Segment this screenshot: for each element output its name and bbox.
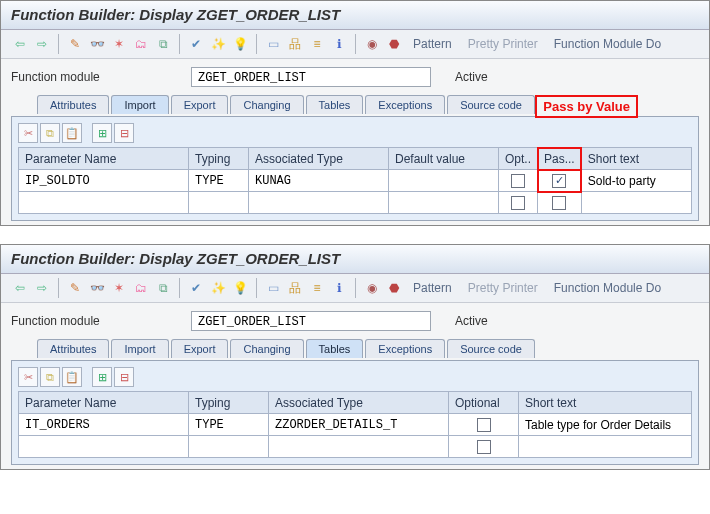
tab-changing[interactable]: Changing (230, 95, 303, 114)
breakpoint-icon[interactable]: ◉ (363, 279, 381, 297)
separator (355, 278, 356, 298)
display-toggle-icon[interactable]: ✎ (66, 35, 84, 53)
pass-by-value-annotation: Pass by Value (535, 95, 638, 118)
cell-param[interactable]: IP_SOLDTO (19, 170, 189, 192)
lamp-icon[interactable]: 💡 (231, 279, 249, 297)
back-icon[interactable]: ⇦ (11, 35, 29, 53)
cell-optional[interactable] (499, 170, 538, 192)
tab-import[interactable]: Import (111, 339, 168, 358)
tab-attributes[interactable]: Attributes (37, 339, 109, 358)
pattern-button[interactable]: Pattern (407, 279, 458, 297)
tab-import[interactable]: Import (111, 95, 168, 114)
glasses-icon[interactable]: 👓 (88, 279, 106, 297)
tab-source[interactable]: Source code (447, 339, 535, 358)
function-module-row: Function module ZGET_ORDER_LIST Active (11, 311, 699, 331)
cell-param[interactable]: IT_ORDERS (19, 414, 189, 436)
layers-icon[interactable]: ≡ (308, 35, 326, 53)
cut-icon[interactable]: ✂ (18, 123, 38, 143)
insert-row-icon[interactable]: ⊞ (92, 123, 112, 143)
spacer (84, 123, 90, 143)
stop-icon[interactable]: ⬣ (385, 279, 403, 297)
app-toolbar: ⇦ ⇨ ✎ 👓 ✶ 🗂 ⧉ ✔ ✨ 💡 ▭ 品 ≡ ℹ ◉ ⬣ Pattern … (1, 30, 709, 59)
info-icon[interactable]: ℹ (330, 35, 348, 53)
insert-row-icon[interactable]: ⊞ (92, 367, 112, 387)
passvalue-checkbox[interactable] (552, 174, 566, 188)
delete-row-icon[interactable]: ⊟ (114, 367, 134, 387)
tab-exceptions[interactable]: Exceptions (365, 95, 445, 114)
cut-icon[interactable]: ✂ (18, 367, 38, 387)
whereused-icon[interactable]: ▭ (264, 279, 282, 297)
pattern-button[interactable]: Pattern (407, 35, 458, 53)
optional-checkbox[interactable] (477, 418, 491, 432)
separator (179, 278, 180, 298)
tab-export[interactable]: Export (171, 95, 229, 114)
cell-default[interactable] (389, 170, 499, 192)
col-optional: Optional (449, 392, 519, 414)
tab-tables[interactable]: Tables (306, 339, 364, 358)
cell-typing[interactable]: TYPE (189, 414, 269, 436)
table-row[interactable]: IT_ORDERS TYPE ZZORDER_DETAILS_T Table t… (19, 414, 692, 436)
separator (58, 34, 59, 54)
pretty-printer-button: Pretty Printer (462, 35, 544, 53)
cell-assoc[interactable]: KUNAG (249, 170, 389, 192)
copy-row-icon[interactable]: ⧉ (40, 123, 60, 143)
wand-icon[interactable]: ✨ (209, 35, 227, 53)
cell-assoc[interactable]: ZZORDER_DETAILS_T (269, 414, 449, 436)
tab-exceptions[interactable]: Exceptions (365, 339, 445, 358)
lamp-icon[interactable]: 💡 (231, 35, 249, 53)
activate-icon[interactable]: ✶ (110, 279, 128, 297)
other-object-icon[interactable]: 🗂 (132, 279, 150, 297)
table-row-empty[interactable] (19, 192, 692, 214)
passvalue-checkbox[interactable] (552, 196, 566, 210)
activate-icon[interactable]: ✶ (110, 35, 128, 53)
tab-source[interactable]: Source code (447, 95, 535, 114)
forward-icon[interactable]: ⇨ (33, 35, 51, 53)
col-pass-value: Pas... (538, 148, 582, 170)
forward-icon[interactable]: ⇨ (33, 279, 51, 297)
copy-row-icon[interactable]: ⧉ (40, 367, 60, 387)
table-row-empty[interactable] (19, 436, 692, 458)
separator (58, 278, 59, 298)
display-toggle-icon[interactable]: ✎ (66, 279, 84, 297)
function-module-doc-button[interactable]: Function Module Do (548, 279, 667, 297)
cell-typing[interactable]: TYPE (189, 170, 249, 192)
whereused-icon[interactable]: ▭ (264, 35, 282, 53)
function-module-field[interactable]: ZGET_ORDER_LIST (191, 67, 431, 87)
hierarchy-icon[interactable]: 品 (286, 279, 304, 297)
copy-icon[interactable]: ⧉ (154, 35, 172, 53)
col-assoc: Associated Type (269, 392, 449, 414)
tab-changing[interactable]: Changing (230, 339, 303, 358)
cell-short[interactable]: Table type for Order Details (519, 414, 692, 436)
optional-checkbox[interactable] (477, 440, 491, 454)
paste-icon[interactable]: 📋 (62, 367, 82, 387)
cell-optional[interactable] (449, 414, 519, 436)
tabstrip: Attributes Import Export Changing Tables… (11, 339, 699, 358)
table-row[interactable]: IP_SOLDTO TYPE KUNAG Sold-to party (19, 170, 692, 192)
tab-attributes[interactable]: Attributes (37, 95, 109, 114)
optional-checkbox[interactable] (511, 196, 525, 210)
info-icon[interactable]: ℹ (330, 279, 348, 297)
delete-row-icon[interactable]: ⊟ (114, 123, 134, 143)
check-icon[interactable]: ✔ (187, 279, 205, 297)
check-icon[interactable]: ✔ (187, 35, 205, 53)
tab-tables[interactable]: Tables (306, 95, 364, 114)
stop-icon[interactable]: ⬣ (385, 35, 403, 53)
cell-short[interactable]: Sold-to party (581, 170, 691, 192)
copy-icon[interactable]: ⧉ (154, 279, 172, 297)
glasses-icon[interactable]: 👓 (88, 35, 106, 53)
tab-export[interactable]: Export (171, 339, 229, 358)
back-icon[interactable]: ⇦ (11, 279, 29, 297)
optional-checkbox[interactable] (511, 174, 525, 188)
breakpoint-icon[interactable]: ◉ (363, 35, 381, 53)
col-short: Short text (581, 148, 691, 170)
function-module-field[interactable]: ZGET_ORDER_LIST (191, 311, 431, 331)
function-module-doc-button[interactable]: Function Module Do (548, 35, 667, 53)
hierarchy-icon[interactable]: 品 (286, 35, 304, 53)
paste-icon[interactable]: 📋 (62, 123, 82, 143)
cell-passvalue[interactable] (538, 170, 582, 192)
layers-icon[interactable]: ≡ (308, 279, 326, 297)
wand-icon[interactable]: ✨ (209, 279, 227, 297)
other-object-icon[interactable]: 🗂 (132, 35, 150, 53)
function-module-label: Function module (11, 314, 191, 328)
function-module-row: Function module ZGET_ORDER_LIST Active (11, 67, 699, 87)
